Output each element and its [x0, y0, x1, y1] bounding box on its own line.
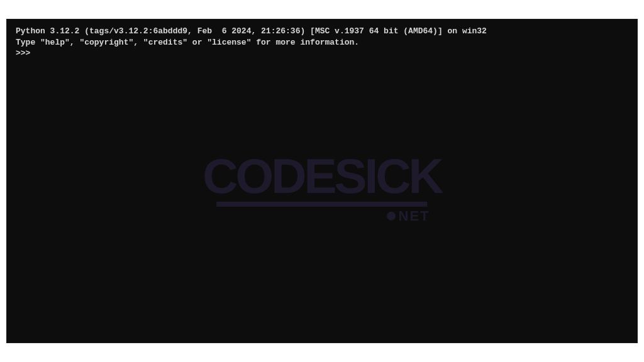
- dot-icon: [387, 212, 396, 221]
- python-banner-line2: Type "help", "copyright", "credits" or "…: [16, 37, 628, 48]
- watermark-suffix-wrap: NET: [387, 208, 430, 224]
- prompt-line: >>>: [16, 48, 628, 59]
- watermark-underline: [217, 202, 428, 207]
- terminal-content[interactable]: Python 3.12.2 (tags/v3.12.2:6abddd9, Feb…: [7, 19, 637, 65]
- watermark-suffix: NET: [399, 208, 430, 224]
- watermark-brand: CODESICK: [203, 155, 441, 197]
- watermark-logo: CODESICK NET: [203, 155, 441, 207]
- python-banner-line1: Python 3.12.2 (tags/v3.12.2:6abddd9, Feb…: [16, 26, 628, 37]
- repl-input[interactable]: [35, 48, 628, 58]
- terminal-window: CODESICK NET Python 3.12.2 (tags/v3.12.2…: [6, 19, 638, 343]
- python-prompt: >>>: [16, 48, 35, 59]
